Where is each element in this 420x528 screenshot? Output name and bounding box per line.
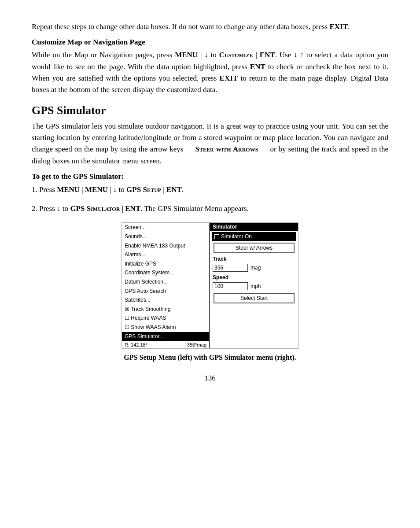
gps-simulator-heading: GPS Simulator — [32, 104, 388, 117]
step-2-block: 2. Press ↓ to GPS Simulator | ENT. The G… — [32, 203, 388, 363]
menu-item-satellites: Satellites... — [122, 295, 209, 305]
ent-bold-1: ENT — [260, 51, 275, 59]
customize-body: While on the Map or Navigation pages, pr… — [32, 49, 388, 96]
select-start-button[interactable]: Select Start — [214, 293, 295, 303]
step1-sep2: | ↓ to — [108, 185, 126, 194]
screenshot-caption: GPS Setup Menu (left) with GPS Simulator… — [32, 352, 388, 363]
screenshot-wrapper: Screen... Sounds... Enable NMEA 183 Outp… — [122, 222, 298, 349]
step2-sep: | — [120, 204, 125, 213]
step-1-block: 1. Press MENU | MENU | ↓ to GPS Setup | … — [32, 184, 388, 196]
speed-input[interactable]: 100 — [213, 282, 248, 290]
menu-item-track-smoothing: ☒ Track Smoothing — [122, 305, 209, 314]
step1-sep1: | — [80, 185, 85, 194]
step-2: 2. Press ↓ to GPS Simulator | ENT. The G… — [32, 203, 388, 214]
step2-end: . The GPS Simulator Menu appears. — [140, 204, 249, 213]
down-arrow-1: ↓ — [204, 51, 208, 59]
step1-sep3: | — [161, 185, 166, 194]
track-input[interactable]: 356 — [213, 264, 248, 272]
step1-menu1: MENU — [57, 185, 80, 194]
menu-item-gps-simulator[interactable]: GPS Simulator... — [122, 332, 209, 341]
right-panel: Simulator Simulator On Steer w/ Arrows T… — [210, 223, 298, 348]
step1-end: . — [182, 185, 184, 194]
page-number: 136 — [32, 374, 388, 383]
menu-item-auto-search: GPS Auto Search — [122, 287, 209, 296]
simulator-on-label: Simulator On — [221, 233, 252, 240]
track-label: Track — [210, 255, 298, 263]
track-input-row: 356 mag — [213, 264, 295, 272]
step2-gps: GPS Simulator — [70, 204, 120, 213]
track-unit: mag — [251, 265, 261, 271]
left-panel: Screen... Sounds... Enable NMEA 183 Outp… — [122, 223, 210, 348]
step1-gps: GPS Setup — [126, 185, 161, 194]
menu-bold-1: MENU — [175, 51, 198, 59]
intro-paragraph: Repeat these steps to change other data … — [32, 21, 388, 33]
simulator-title: Simulator — [210, 223, 298, 231]
status-left: R: 142.18° — [125, 342, 147, 347]
step1-pre: 1. Press — [32, 185, 57, 194]
menu-item-alarms: Alarms... — [122, 250, 209, 259]
exit-bold-2: EXIT — [220, 74, 238, 82]
step1-menu2: MENU — [85, 185, 108, 194]
left-panel-status: R: 142.18° 356°mag — [122, 341, 209, 348]
up-arrow-1: ↑ — [300, 51, 304, 59]
speed-input-row: 100 mph — [213, 282, 295, 290]
menu-item-coordinate: Coordinate System... — [122, 268, 209, 277]
simulator-on-checkbox[interactable] — [214, 234, 219, 239]
down-arrow-2: ↓ — [294, 51, 298, 59]
step1-ent: ENT — [166, 185, 182, 194]
steer-arrows-button[interactable]: Steer w/ Arrows — [214, 243, 295, 253]
menu-item-show-waas: ☐ Show WAAS Alarm — [122, 323, 209, 332]
status-right: 356°mag — [187, 342, 206, 347]
menu-item-sounds: Sounds... — [122, 232, 209, 241]
speed-unit: mph — [251, 283, 261, 289]
to-get-heading: To get to the GPS Simulator: — [32, 172, 388, 181]
customize-smallcaps: Customize — [219, 51, 253, 59]
step-1: 1. Press MENU | MENU | ↓ to GPS Setup | … — [32, 184, 388, 196]
step2-pre: 2. Press ↓ to — [32, 204, 70, 213]
menu-item-require-waas: ☐ Require WAAS — [122, 314, 209, 323]
customize-heading: Customize Map or Navigation Page — [32, 38, 388, 47]
menu-item-datum: Datum Selection... — [122, 277, 209, 287]
menu-item-screen: Screen... — [122, 223, 209, 232]
simulator-on-row[interactable]: Simulator On — [212, 232, 296, 241]
page-content: Repeat these steps to change other data … — [32, 21, 388, 383]
screenshot-container: Screen... Sounds... Enable NMEA 183 Outp… — [32, 222, 388, 349]
menu-item-nmea: Enable NMEA 183 Output — [122, 241, 209, 251]
step2-ent: ENT — [125, 204, 140, 213]
steer-with-arrows: Steer with Arrows — [195, 145, 258, 153]
exit-bold: EXIT — [329, 22, 348, 31]
ent-bold-2: ENT — [250, 63, 265, 71]
menu-item-init-gps: Initialize GPS — [122, 259, 209, 269]
gps-simulator-body: The GPS simulator lets you simulate outd… — [32, 121, 388, 167]
intro-end: . — [348, 22, 350, 31]
intro-text: Repeat these steps to change other data … — [32, 22, 329, 31]
speed-label: Speed — [210, 273, 298, 281]
